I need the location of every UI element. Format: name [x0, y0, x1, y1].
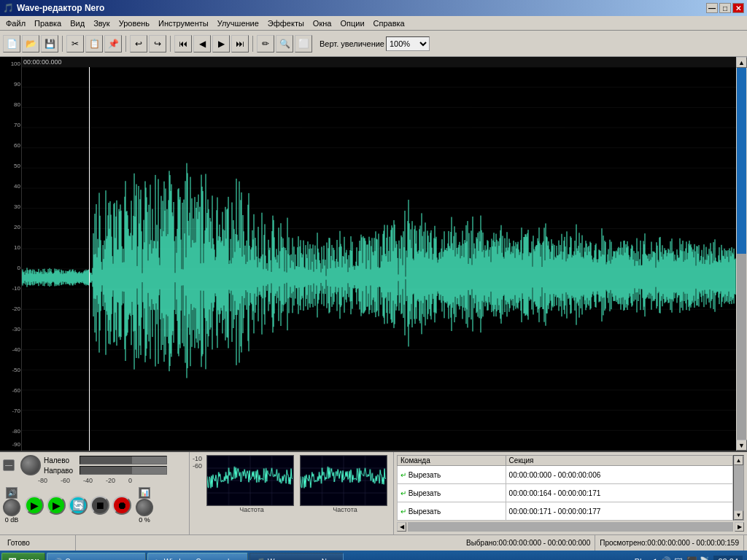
tray-icon-3[interactable]: 🛡	[673, 556, 684, 560]
svg-text:-20: -20	[12, 306, 20, 312]
db-40: -40	[83, 477, 93, 484]
record-button[interactable]: ⏺	[112, 496, 131, 515]
menu-item-инструменты[interactable]: Инструменты	[154, 18, 213, 29]
menu-item-вид[interactable]: Вид	[66, 18, 89, 29]
menu-item-правка[interactable]: Правка	[30, 18, 66, 29]
scroll-down-arrow[interactable]: ▼	[736, 440, 747, 451]
taskbar-wincommander[interactable]: 🗂 Windows Commander...	[147, 553, 248, 560]
maximize-button[interactable]: □	[719, 3, 731, 13]
sep1	[62, 36, 63, 52]
menu-item-файл[interactable]: Файл	[1, 18, 30, 29]
copy-button[interactable]: 📋	[85, 35, 103, 52]
tray-icon-5[interactable]: 📡	[699, 556, 711, 560]
undo-button[interactable]: ↩	[130, 35, 147, 52]
zoom-select[interactable]: 100% 50% 200% 400%	[386, 36, 430, 51]
close-button[interactable]: ✕	[732, 3, 744, 13]
volume-knob[interactable]	[20, 455, 41, 475]
svg-text:50: 50	[14, 163, 20, 169]
svg-text:40: 40	[14, 183, 20, 190]
svg-text:-40: -40	[12, 346, 20, 353]
titlebar-left: 🎵 Wave-редактор Nero	[3, 3, 104, 13]
cmd-scroll-up[interactable]: ▲	[734, 456, 743, 465]
play-loop-button[interactable]: ▶	[47, 496, 66, 515]
db-80: -80	[38, 477, 47, 484]
stop-button[interactable]: ⏹	[90, 496, 109, 515]
taskbar-waveeditor[interactable]: 🎵 Wave-редактор Nero	[249, 553, 344, 560]
save-button[interactable]: 💾	[41, 35, 58, 52]
status-ready-text: Готово	[7, 539, 30, 547]
play-button[interactable]: ▶	[25, 496, 44, 515]
section-cell: 00:00:00:164 - 00:00:00:171	[506, 484, 732, 502]
btn-f[interactable]: 🔍	[276, 35, 293, 52]
rewind-button[interactable]: ⏮	[174, 35, 192, 52]
menu-item-окна[interactable]: Окна	[309, 18, 336, 29]
table-row[interactable]: ↵ Вырезать00:00:00:164 - 00:00:00:171	[398, 484, 733, 502]
scroll-up-arrow[interactable]: ▲	[736, 57, 747, 68]
volume-pct-display: 0 %	[139, 516, 150, 524]
cmd-scroll-down[interactable]: ▼	[734, 510, 743, 520]
redo-button[interactable]: ↪	[149, 35, 166, 52]
svg-text:30: 30	[14, 203, 20, 210]
system-clock: 22:24	[713, 556, 743, 560]
left-channel-label: Налево	[44, 456, 77, 464]
svg-text:70: 70	[14, 122, 20, 128]
svg-text:-80: -80	[12, 428, 20, 435]
paste-button[interactable]: 📌	[104, 35, 122, 52]
tray-icon-1[interactable]: ◀	[646, 556, 658, 560]
menu-item-опции[interactable]: Опции	[336, 18, 368, 29]
menu-item-справка[interactable]: Справка	[369, 18, 409, 29]
taskbar-soundmod[interactable]: 🔊 Саундмодератор - с...	[47, 553, 145, 560]
svg-text:90: 90	[14, 81, 20, 88]
svg-text:-70: -70	[12, 408, 20, 414]
db-60: -60	[61, 477, 70, 484]
minimize-button[interactable]: —	[706, 3, 718, 13]
cmd-hscrollbar: ◀ ▶	[397, 521, 744, 532]
btn-c[interactable]: ▶	[212, 35, 230, 52]
table-row[interactable]: ↵ Вырезать00:00:00:000 - 00:00:00:006	[398, 466, 733, 484]
cmd-hscroll-track[interactable]	[408, 522, 733, 532]
menu-item-эффекты[interactable]: Эффекты	[263, 18, 309, 29]
open-button[interactable]: 📂	[22, 35, 39, 52]
y-axis: 100 90 80 70 60 50 40 30 20 10 0 -10 -20…	[0, 57, 22, 451]
scroll-track-bg[interactable]	[737, 254, 746, 440]
tray-icon-4[interactable]: ⬛	[686, 556, 697, 560]
menu-item-уровень[interactable]: Уровень	[115, 18, 154, 29]
vertical-scrollbar[interactable]: ▲ ▼	[736, 57, 747, 451]
status-selected-text: Выбрано:00:00:00:000 - 00:00:00:000	[466, 539, 590, 547]
cmd-scroll-right[interactable]: ▶	[735, 522, 744, 532]
waveform-canvas[interactable]	[22, 67, 736, 451]
table-row[interactable]: ↵ Вырезать00:00:00:171 - 00:00:00:177	[398, 502, 733, 521]
waveform-display[interactable]: 00:00:00.000	[22, 57, 736, 451]
menu-item-звук[interactable]: Звук	[89, 18, 115, 29]
new-button[interactable]: 📄	[3, 35, 20, 52]
cmd-scroll-track[interactable]	[734, 465, 743, 510]
vol-pct-icon: 📊	[139, 487, 150, 499]
db-0: 0	[128, 477, 132, 484]
btn-b[interactable]: ◀	[193, 35, 211, 52]
window-title: Wave-редактор Nero	[17, 3, 104, 13]
spectrum-label-1: Частота	[206, 506, 297, 513]
start-label: пуск	[20, 556, 39, 560]
cut-button[interactable]: ✂	[66, 35, 84, 52]
menu-item-улучшение[interactable]: Улучшение	[213, 18, 263, 29]
db-top-label: -10	[193, 455, 202, 462]
status-viewed: Просмотрено:00:00:00:000 - 00:00:00:159	[595, 535, 744, 551]
taskbar: ⊞ пуск 🔊 Саундмодератор - с... 🗂 Windows…	[0, 551, 747, 560]
scroll-track[interactable]	[737, 68, 746, 254]
sep4	[252, 36, 253, 52]
btn-e[interactable]: ✏	[257, 35, 274, 52]
volume-knob2[interactable]	[136, 499, 153, 516]
db-scale: -80 -60 -40 -20 0	[3, 477, 186, 484]
loop-button[interactable]: 🔄	[69, 496, 88, 515]
controls-section: Налево Направо -80 -60 -40 -20 0 🔊 0 dB	[0, 452, 190, 534]
tray-icon-2[interactable]: 🔊	[659, 556, 671, 560]
main-waveform-area: 100 90 80 70 60 50 40 30 20 10 0 -10 -20…	[0, 57, 747, 451]
start-button[interactable]: ⊞ пуск	[1, 553, 45, 560]
playback-knob[interactable]	[3, 499, 20, 516]
cmd-scroll-left[interactable]: ◀	[397, 522, 406, 532]
channel-levels: Налево Направо	[44, 456, 167, 475]
btn-g[interactable]: ⬜	[295, 35, 312, 52]
cmd-scrollbar[interactable]: ▲ ▼	[733, 455, 744, 521]
wincommander-icon: 🗂	[154, 558, 161, 561]
btn-d[interactable]: ⏭	[231, 35, 249, 52]
